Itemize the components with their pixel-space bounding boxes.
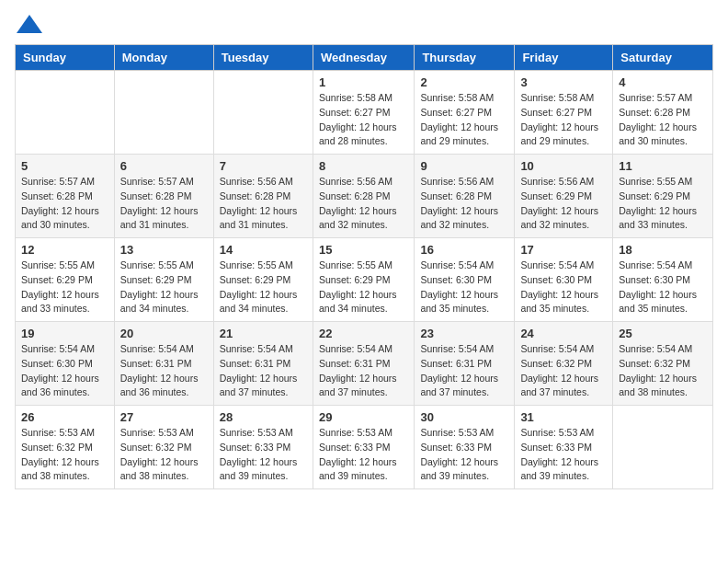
day-number: 11	[619, 159, 707, 173]
day-number: 15	[319, 243, 408, 257]
calendar-header-tuesday: Tuesday	[213, 45, 313, 71]
calendar-cell: 17Sunrise: 5:54 AM Sunset: 6:30 PM Dayli…	[515, 238, 613, 322]
day-info: Sunrise: 5:55 AM Sunset: 6:29 PM Dayligh…	[220, 259, 307, 316]
calendar-cell: 16Sunrise: 5:54 AM Sunset: 6:30 PM Dayli…	[415, 238, 515, 322]
day-info: Sunrise: 5:54 AM Sunset: 6:30 PM Dayligh…	[619, 259, 707, 316]
day-number: 18	[619, 243, 707, 257]
calendar-cell: 6Sunrise: 5:57 AM Sunset: 6:28 PM Daylig…	[114, 155, 213, 238]
day-info: Sunrise: 5:57 AM Sunset: 6:28 PM Dayligh…	[21, 175, 108, 233]
calendar-cell: 26Sunrise: 5:53 AM Sunset: 6:32 PM Dayli…	[16, 406, 115, 489]
calendar-cell: 29Sunrise: 5:53 AM Sunset: 6:33 PM Dayli…	[313, 406, 414, 489]
calendar-header-wednesday: Wednesday	[313, 45, 414, 71]
calendar-cell: 28Sunrise: 5:53 AM Sunset: 6:33 PM Dayli…	[213, 406, 313, 489]
svg-marker-0	[17, 15, 42, 33]
calendar-cell: 31Sunrise: 5:53 AM Sunset: 6:33 PM Dayli…	[515, 406, 613, 489]
calendar-header-sunday: Sunday	[16, 45, 115, 71]
day-info: Sunrise: 5:54 AM Sunset: 6:31 PM Dayligh…	[120, 342, 208, 400]
day-info: Sunrise: 5:55 AM Sunset: 6:29 PM Dayligh…	[21, 259, 108, 316]
day-info: Sunrise: 5:55 AM Sunset: 6:29 PM Dayligh…	[619, 175, 707, 233]
day-info: Sunrise: 5:54 AM Sunset: 6:30 PM Dayligh…	[520, 259, 607, 316]
day-info: Sunrise: 5:57 AM Sunset: 6:28 PM Dayligh…	[120, 175, 208, 233]
calendar-header-row: SundayMondayTuesdayWednesdayThursdayFrid…	[16, 45, 713, 71]
calendar-table: SundayMondayTuesdayWednesdayThursdayFrid…	[15, 44, 713, 489]
calendar-week-row: 12Sunrise: 5:55 AM Sunset: 6:29 PM Dayli…	[16, 238, 713, 322]
calendar-cell: 30Sunrise: 5:53 AM Sunset: 6:33 PM Dayli…	[415, 406, 515, 489]
day-number: 14	[220, 243, 307, 257]
calendar-week-row: 1Sunrise: 5:58 AM Sunset: 6:27 PM Daylig…	[16, 71, 713, 155]
calendar-cell: 15Sunrise: 5:55 AM Sunset: 6:29 PM Dayli…	[313, 238, 414, 322]
calendar-cell: 5Sunrise: 5:57 AM Sunset: 6:28 PM Daylig…	[16, 155, 115, 238]
calendar-cell: 3Sunrise: 5:58 AM Sunset: 6:27 PM Daylig…	[515, 71, 613, 155]
day-info: Sunrise: 5:58 AM Sunset: 6:27 PM Dayligh…	[520, 91, 607, 149]
day-info: Sunrise: 5:58 AM Sunset: 6:27 PM Dayligh…	[319, 91, 408, 149]
day-info: Sunrise: 5:54 AM Sunset: 6:30 PM Dayligh…	[21, 342, 108, 400]
day-info: Sunrise: 5:55 AM Sunset: 6:29 PM Dayligh…	[120, 259, 208, 316]
day-number: 24	[520, 327, 607, 340]
calendar-week-row: 26Sunrise: 5:53 AM Sunset: 6:32 PM Dayli…	[16, 406, 713, 489]
day-info: Sunrise: 5:58 AM Sunset: 6:27 PM Dayligh…	[420, 91, 508, 149]
day-number: 22	[319, 327, 408, 340]
calendar-header-friday: Friday	[515, 45, 613, 71]
calendar-cell: 2Sunrise: 5:58 AM Sunset: 6:27 PM Daylig…	[415, 71, 515, 155]
day-number: 8	[319, 159, 408, 173]
calendar-header-monday: Monday	[114, 45, 213, 71]
day-number: 17	[520, 243, 607, 257]
day-info: Sunrise: 5:54 AM Sunset: 6:32 PM Dayligh…	[619, 342, 707, 400]
day-info: Sunrise: 5:54 AM Sunset: 6:30 PM Dayligh…	[420, 259, 508, 316]
day-number: 20	[120, 327, 208, 340]
day-info: Sunrise: 5:53 AM Sunset: 6:32 PM Dayligh…	[21, 426, 108, 484]
calendar-cell: 11Sunrise: 5:55 AM Sunset: 6:29 PM Dayli…	[613, 155, 713, 238]
day-number: 16	[420, 243, 508, 257]
calendar-cell: 8Sunrise: 5:56 AM Sunset: 6:28 PM Daylig…	[313, 155, 414, 238]
calendar-cell: 19Sunrise: 5:54 AM Sunset: 6:30 PM Dayli…	[16, 322, 115, 406]
day-number: 26	[21, 410, 108, 424]
calendar-cell	[613, 406, 713, 489]
calendar-cell: 14Sunrise: 5:55 AM Sunset: 6:29 PM Dayli…	[213, 238, 313, 322]
calendar-cell	[16, 71, 115, 155]
day-number: 27	[120, 410, 208, 424]
logo-icon	[17, 15, 42, 33]
day-number: 1	[319, 75, 408, 89]
calendar-cell	[213, 71, 313, 155]
day-info: Sunrise: 5:53 AM Sunset: 6:33 PM Dayligh…	[220, 426, 307, 484]
calendar-cell: 22Sunrise: 5:54 AM Sunset: 6:31 PM Dayli…	[313, 322, 414, 406]
day-number: 3	[520, 75, 607, 89]
calendar-cell: 13Sunrise: 5:55 AM Sunset: 6:29 PM Dayli…	[114, 238, 213, 322]
day-info: Sunrise: 5:54 AM Sunset: 6:31 PM Dayligh…	[220, 342, 307, 400]
day-info: Sunrise: 5:56 AM Sunset: 6:29 PM Dayligh…	[520, 175, 607, 233]
day-number: 31	[520, 410, 607, 424]
calendar-cell: 10Sunrise: 5:56 AM Sunset: 6:29 PM Dayli…	[515, 155, 613, 238]
calendar-cell: 27Sunrise: 5:53 AM Sunset: 6:32 PM Dayli…	[114, 406, 213, 489]
day-info: Sunrise: 5:57 AM Sunset: 6:28 PM Dayligh…	[619, 91, 707, 149]
day-number: 28	[220, 410, 307, 424]
day-info: Sunrise: 5:56 AM Sunset: 6:28 PM Dayligh…	[420, 175, 508, 233]
day-info: Sunrise: 5:53 AM Sunset: 6:33 PM Dayligh…	[420, 426, 508, 484]
calendar-cell: 1Sunrise: 5:58 AM Sunset: 6:27 PM Daylig…	[313, 71, 414, 155]
day-number: 12	[21, 243, 108, 257]
day-info: Sunrise: 5:53 AM Sunset: 6:33 PM Dayligh…	[319, 426, 408, 484]
day-number: 4	[619, 75, 707, 89]
day-number: 25	[619, 327, 707, 340]
day-info: Sunrise: 5:54 AM Sunset: 6:31 PM Dayligh…	[319, 342, 408, 400]
calendar-cell: 24Sunrise: 5:54 AM Sunset: 6:32 PM Dayli…	[515, 322, 613, 406]
calendar-cell: 25Sunrise: 5:54 AM Sunset: 6:32 PM Dayli…	[613, 322, 713, 406]
day-info: Sunrise: 5:56 AM Sunset: 6:28 PM Dayligh…	[220, 175, 307, 233]
calendar-cell: 20Sunrise: 5:54 AM Sunset: 6:31 PM Dayli…	[114, 322, 213, 406]
day-number: 23	[420, 327, 508, 340]
calendar-cell: 9Sunrise: 5:56 AM Sunset: 6:28 PM Daylig…	[415, 155, 515, 238]
day-number: 21	[220, 327, 307, 340]
calendar-cell: 12Sunrise: 5:55 AM Sunset: 6:29 PM Dayli…	[16, 238, 115, 322]
day-number: 2	[420, 75, 508, 89]
day-number: 6	[120, 159, 208, 173]
calendar-week-row: 19Sunrise: 5:54 AM Sunset: 6:30 PM Dayli…	[16, 322, 713, 406]
calendar-cell: 18Sunrise: 5:54 AM Sunset: 6:30 PM Dayli…	[613, 238, 713, 322]
day-number: 19	[21, 327, 108, 340]
calendar-cell: 21Sunrise: 5:54 AM Sunset: 6:31 PM Dayli…	[213, 322, 313, 406]
day-number: 7	[220, 159, 307, 173]
day-number: 13	[120, 243, 208, 257]
day-info: Sunrise: 5:56 AM Sunset: 6:28 PM Dayligh…	[319, 175, 408, 233]
calendar-cell: 7Sunrise: 5:56 AM Sunset: 6:28 PM Daylig…	[213, 155, 313, 238]
day-info: Sunrise: 5:54 AM Sunset: 6:32 PM Dayligh…	[520, 342, 607, 400]
calendar-cell: 4Sunrise: 5:57 AM Sunset: 6:28 PM Daylig…	[613, 71, 713, 155]
calendar-cell	[114, 71, 213, 155]
